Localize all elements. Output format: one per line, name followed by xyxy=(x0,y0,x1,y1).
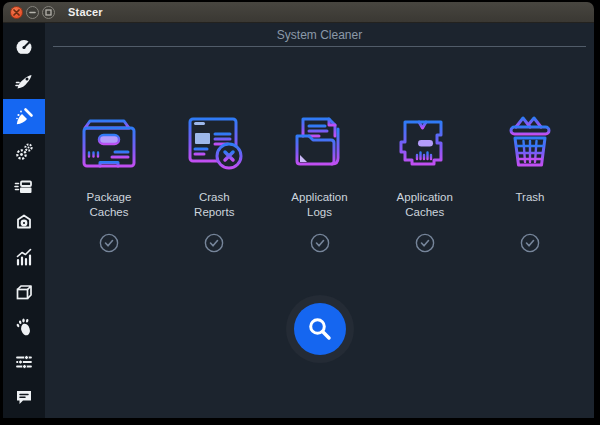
gauge-icon xyxy=(14,37,34,57)
chart-icon xyxy=(14,247,34,267)
cleaner-item-checkbox[interactable] xyxy=(415,233,435,253)
cleaner-item-application-caches[interactable]: Application Caches xyxy=(379,111,471,253)
cleaner-items-row: Package Caches xyxy=(45,111,594,253)
sidebar-item-services[interactable] xyxy=(3,134,45,169)
sidebar xyxy=(3,23,45,418)
gears-icon xyxy=(14,142,34,162)
cleaner-item-label: Trash xyxy=(493,190,567,222)
titlebar: Stacer xyxy=(3,2,594,23)
maximize-icon xyxy=(45,9,52,16)
search-icon xyxy=(306,315,334,343)
stacer-window: Stacer xyxy=(3,2,594,418)
close-button[interactable] xyxy=(10,6,23,19)
trash-icon xyxy=(495,111,565,173)
check-circle-icon xyxy=(204,233,224,253)
check-circle-icon xyxy=(99,233,119,253)
scan-button-halo xyxy=(286,295,354,363)
package-disc-icon xyxy=(14,212,34,232)
crash-reports-icon xyxy=(179,111,249,173)
cleaner-item-label: Package Caches xyxy=(72,190,146,222)
cleaner-item-crash-reports[interactable]: Crash Reports xyxy=(168,111,260,253)
gnome-foot-icon xyxy=(14,317,34,337)
sidebar-item-system-cleaner[interactable] xyxy=(3,99,45,134)
sidebar-item-dashboard[interactable] xyxy=(3,29,45,64)
cleaner-item-label: Application Caches xyxy=(388,190,462,222)
cleaner-item-package-caches[interactable]: Package Caches xyxy=(63,111,155,253)
sidebar-item-uninstaller[interactable] xyxy=(3,204,45,239)
package-caches-icon xyxy=(74,111,144,173)
cleaner-item-checkbox[interactable] xyxy=(520,233,540,253)
cube-icon xyxy=(14,282,34,302)
check-circle-icon xyxy=(310,233,330,253)
minimize-button[interactable] xyxy=(26,6,39,19)
sliders-icon xyxy=(14,352,34,372)
sidebar-item-settings[interactable] xyxy=(3,344,45,379)
cleaner-item-checkbox[interactable] xyxy=(99,233,119,253)
cleaner-item-checkbox[interactable] xyxy=(204,233,224,253)
chat-bubble-icon xyxy=(14,387,34,407)
sidebar-item-resources[interactable] xyxy=(3,239,45,274)
scan-button[interactable] xyxy=(294,303,346,355)
check-circle-icon xyxy=(415,233,435,253)
sidebar-item-feedback[interactable] xyxy=(3,379,45,414)
scan-button-area xyxy=(45,295,594,363)
cleaner-item-application-logs[interactable]: Application Logs xyxy=(274,111,366,253)
application-caches-icon xyxy=(390,111,460,173)
brush-icon xyxy=(14,107,34,127)
minimize-icon xyxy=(29,9,36,16)
files-icon xyxy=(14,177,34,197)
close-icon xyxy=(13,9,20,16)
cleaner-item-trash[interactable]: Trash xyxy=(484,111,576,253)
application-logs-icon xyxy=(285,111,355,173)
window-title: Stacer xyxy=(68,6,103,18)
main-panel: System Cleaner Package Cach xyxy=(45,23,594,418)
cleaner-item-label: Application Logs xyxy=(283,190,357,222)
cleaner-item-checkbox[interactable] xyxy=(310,233,330,253)
maximize-button[interactable] xyxy=(42,6,55,19)
sidebar-item-gnome-settings[interactable] xyxy=(3,309,45,344)
page-title: System Cleaner xyxy=(53,23,586,47)
sidebar-item-helpers[interactable] xyxy=(3,274,45,309)
sidebar-item-processes[interactable] xyxy=(3,169,45,204)
cleaner-item-label: Crash Reports xyxy=(177,190,251,222)
check-circle-icon xyxy=(520,233,540,253)
rocket-icon xyxy=(14,72,34,92)
sidebar-item-startup-apps[interactable] xyxy=(3,64,45,99)
